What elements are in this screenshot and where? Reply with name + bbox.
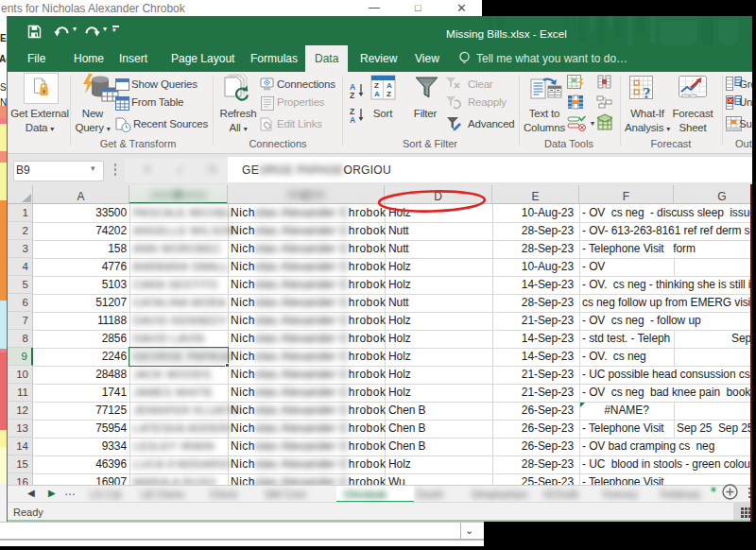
svg-text:Z: Z [387, 90, 391, 98]
svg-text:Z: Z [350, 91, 354, 99]
svg-text:Z: Z [374, 81, 379, 90]
svg-text:A: A [387, 81, 392, 90]
svg-text:A: A [374, 90, 380, 98]
svg-text:?: ? [643, 84, 651, 100]
